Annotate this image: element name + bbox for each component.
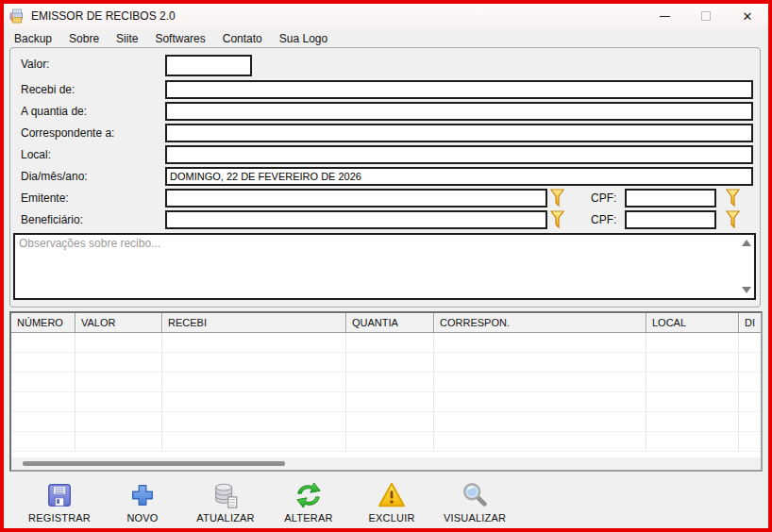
data-row: Dia/mês/ano: xyxy=(10,167,760,189)
column-header-di[interactable]: DI xyxy=(739,313,763,333)
registrar-label: REGISTRAR xyxy=(28,512,91,524)
beneficiario-cpf-label: CPF: xyxy=(591,213,616,226)
correspondente-row: Correspondente a: xyxy=(10,124,760,145)
atualizar-button[interactable]: ATUALIZAR xyxy=(184,475,267,526)
plus-icon xyxy=(128,481,157,509)
quantia-row: A quantia de: xyxy=(10,102,760,124)
menu-item-contato[interactable]: Contato xyxy=(214,32,271,45)
minimize-icon xyxy=(660,16,670,17)
menu-item-sua-logo[interactable]: Sua Logo xyxy=(271,32,336,45)
correspondente-input[interactable] xyxy=(165,124,753,142)
column-header-recebi[interactable]: RECEBI xyxy=(162,313,346,333)
alterar-button[interactable]: ALTERAR xyxy=(267,475,350,526)
filter-funnel-icon xyxy=(550,210,564,229)
observations-textarea[interactable] xyxy=(15,235,754,298)
data-label: Dia/mês/ano: xyxy=(21,170,88,183)
beneficiario-filter-button[interactable] xyxy=(549,210,564,230)
warning-icon xyxy=(378,481,406,509)
emitente-cpf-filter-button[interactable] xyxy=(725,189,740,208)
visualizar-button[interactable]: VISUALIZAR xyxy=(433,475,516,526)
novo-label: NOVO xyxy=(126,512,158,524)
app-window: EMISSOR DE RECIBOS 2.0 ✕ Backup Sobre Si… xyxy=(0,0,772,532)
printer-app-icon xyxy=(8,8,25,25)
window-controls: ✕ xyxy=(644,4,768,28)
menu-item-siite[interactable]: Siite xyxy=(108,32,146,45)
emitente-row: Emitente: CPF: xyxy=(10,189,760,210)
emitente-cpf-input[interactable] xyxy=(625,189,716,208)
novo-button[interactable]: NOVO xyxy=(101,475,184,526)
filter-funnel-icon xyxy=(550,189,564,208)
emitente-input[interactable] xyxy=(165,189,547,208)
window-title: EMISSOR DE RECIBOS 2.0 xyxy=(31,9,176,23)
registrar-button[interactable]: REGISTRAR xyxy=(18,475,101,526)
recebi-label: Recebi de: xyxy=(21,83,75,96)
table-row[interactable] xyxy=(11,333,763,353)
title-bar: EMISSOR DE RECIBOS 2.0 ✕ xyxy=(4,4,768,28)
local-row: Local: xyxy=(10,145,760,167)
local-input[interactable] xyxy=(165,145,753,164)
column-header-correspon[interactable]: CORRESPON. xyxy=(434,313,646,333)
recebi-row: Recebi de: xyxy=(10,80,760,102)
valor-label: Valor: xyxy=(21,58,49,71)
receipts-table: NÚMERO VALOR RECEBI QUANTIA CORRESPON. L… xyxy=(9,311,763,472)
horizontal-scrollbar[interactable] xyxy=(11,457,761,470)
table-row[interactable] xyxy=(11,432,763,452)
scroll-up-icon[interactable] xyxy=(742,240,751,246)
menu-item-sobre[interactable]: Sobre xyxy=(60,32,108,45)
database-icon xyxy=(211,481,240,509)
beneficiario-cpf-filter-button[interactable] xyxy=(725,210,740,230)
close-button[interactable]: ✕ xyxy=(727,4,768,28)
observations-box xyxy=(13,233,756,300)
magnifier-icon xyxy=(461,481,489,509)
excluir-button[interactable]: EXCLUIR xyxy=(350,475,433,526)
menu-item-softwares[interactable]: Softwares xyxy=(146,32,213,45)
table-row[interactable] xyxy=(11,373,763,392)
table-row[interactable] xyxy=(11,412,763,432)
column-header-valor[interactable]: VALOR xyxy=(76,313,162,333)
action-toolbar: REGISTRAR NOVO ATUALIZAR xyxy=(18,475,516,526)
minimize-button[interactable] xyxy=(644,4,685,28)
floppy-disk-icon xyxy=(45,481,74,509)
beneficiario-input[interactable] xyxy=(165,210,547,229)
menu-item-backup[interactable]: Backup xyxy=(6,32,60,45)
table-header-row: NÚMERO VALOR RECEBI QUANTIA CORRESPON. L… xyxy=(11,313,763,333)
visualizar-label: VISUALIZAR xyxy=(444,512,506,524)
atualizar-label: ATUALIZAR xyxy=(196,512,255,524)
table-row[interactable] xyxy=(11,392,763,412)
recebi-input[interactable] xyxy=(165,80,753,99)
beneficiario-cpf-input[interactable] xyxy=(625,210,716,229)
column-header-quantia[interactable]: QUANTIA xyxy=(346,313,434,333)
emitente-label: Emitente: xyxy=(21,191,69,205)
column-header-local[interactable]: LOCAL xyxy=(646,313,739,333)
maximize-button[interactable] xyxy=(685,4,727,28)
column-header-numero[interactable]: NÚMERO xyxy=(11,313,76,333)
correspondente-label: Correspondente a: xyxy=(21,126,114,140)
valor-row: Valor: xyxy=(10,55,760,76)
refresh-arrows-icon xyxy=(294,481,323,509)
emitente-filter-button[interactable] xyxy=(549,189,564,208)
quantia-label: A quantia de: xyxy=(21,105,87,118)
emitente-cpf-label: CPF: xyxy=(591,191,616,205)
menu-bar: Backup Sobre Siite Softwares Contato Sua… xyxy=(4,28,768,49)
filter-funnel-icon xyxy=(726,210,740,229)
excluir-label: EXCLUIR xyxy=(368,512,414,524)
close-icon: ✕ xyxy=(743,10,753,23)
data-input[interactable] xyxy=(165,167,753,186)
local-label: Local: xyxy=(21,148,51,161)
scroll-down-icon[interactable] xyxy=(742,287,751,293)
beneficiario-label: Beneficiário: xyxy=(21,213,83,226)
quantia-input[interactable] xyxy=(165,102,753,121)
valor-input[interactable] xyxy=(165,55,252,76)
filter-funnel-icon xyxy=(726,189,740,208)
alterar-label: ALTERAR xyxy=(284,512,332,524)
beneficiario-row: Beneficiário: CPF: xyxy=(10,210,760,232)
receipt-form-panel: Valor: Recebi de: A quantia de: Correspo… xyxy=(9,47,761,308)
table-row[interactable] xyxy=(11,353,763,373)
scrollbar-thumb[interactable] xyxy=(23,461,285,466)
maximize-icon xyxy=(701,11,711,21)
